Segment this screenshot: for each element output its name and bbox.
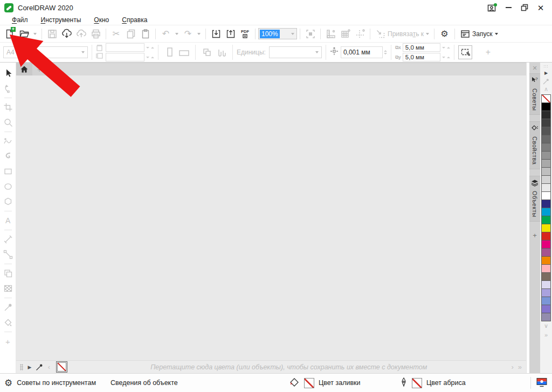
text-tool[interactable]: A	[1, 213, 15, 228]
palette-color-swatch[interactable]	[541, 191, 551, 200]
current-page-button[interactable]	[214, 45, 229, 59]
palette-scroll-right[interactable]: ›	[511, 363, 513, 371]
redo-button[interactable]: ↷	[181, 27, 195, 41]
paste-button[interactable]	[138, 27, 153, 41]
object-info-label[interactable]: Сведения об объекте	[111, 379, 178, 387]
cloud-upload-button[interactable]	[74, 27, 88, 41]
zoom-level-combo[interactable]: 100%	[258, 28, 297, 39]
cloud-download-button[interactable]	[59, 27, 74, 41]
nudge-offset-field[interactable]: 0,001 мм	[341, 46, 383, 58]
show-grid-button[interactable]	[338, 27, 353, 41]
add-tools-button[interactable]: +	[1, 334, 15, 349]
document-palette-none-swatch[interactable]	[57, 362, 66, 372]
color-palette-grip[interactable]	[543, 65, 549, 68]
launch-caret[interactable]	[495, 33, 498, 35]
color-palette-expand[interactable]: »	[544, 332, 548, 338]
home-tab[interactable]	[16, 63, 32, 75]
portrait-button[interactable]	[162, 45, 177, 59]
menu-window[interactable]: Окно	[87, 16, 115, 24]
shape-tool[interactable]	[1, 81, 15, 96]
palette-color-swatch[interactable]	[541, 305, 551, 313]
open-dropdown-caret[interactable]	[33, 33, 37, 35]
palette-color-swatch[interactable]	[541, 159, 551, 168]
rectangle-tool[interactable]	[1, 164, 15, 179]
add-docker-button[interactable]: +	[533, 231, 537, 239]
units-combo[interactable]	[269, 46, 322, 58]
color-settings-monitor-icon[interactable]	[536, 377, 548, 389]
page-height-down[interactable]	[146, 57, 149, 58]
color-palette-flyout[interactable]: ▶	[544, 69, 548, 77]
docker-tab-hints[interactable]: ? Советы	[529, 73, 540, 115]
export-button[interactable]	[223, 27, 238, 41]
freehand-tool[interactable]	[1, 134, 15, 149]
transparency-tool[interactable]	[1, 281, 15, 296]
palette-color-swatch[interactable]	[541, 288, 551, 297]
docker-tab-properties[interactable]: Свойства	[529, 121, 540, 169]
pick-tool[interactable]	[1, 66, 15, 81]
restore-button[interactable]	[516, 2, 533, 13]
page-height-field[interactable]	[106, 53, 144, 61]
menu-tools[interactable]: Инструменты	[34, 16, 88, 24]
palette-color-swatch[interactable]	[541, 143, 551, 152]
launch-button[interactable]	[458, 27, 472, 41]
landscape-button[interactable]	[177, 45, 191, 59]
propbar-customize-plus[interactable]: +	[481, 45, 495, 59]
polygon-tool[interactable]	[1, 194, 15, 209]
color-palette-scroll-up[interactable]: ∧	[544, 85, 548, 93]
connector-tool[interactable]	[1, 247, 15, 262]
show-guidelines-button[interactable]	[353, 27, 367, 41]
publish-pdf-button[interactable]: PDF	[238, 27, 252, 41]
palette-color-swatch[interactable]	[541, 272, 551, 281]
import-button[interactable]	[209, 27, 223, 41]
page-width-field[interactable]	[106, 43, 144, 52]
page-width-up[interactable]	[151, 47, 154, 49]
zoom-tool[interactable]	[1, 115, 15, 130]
open-button[interactable]	[17, 27, 31, 41]
redo-dropdown-caret[interactable]	[197, 33, 201, 35]
palette-color-swatch[interactable]	[541, 297, 551, 305]
palette-color-swatch[interactable]	[541, 264, 551, 273]
palette-color-swatch[interactable]	[541, 248, 551, 257]
snap-to-caret[interactable]	[426, 33, 429, 35]
snap-to-icon-button[interactable]	[373, 27, 388, 41]
dup-y-down[interactable]	[442, 57, 445, 58]
page-width-down[interactable]	[146, 47, 149, 49]
nudge-down[interactable]	[384, 53, 387, 54]
palette-grip-handle[interactable]	[20, 364, 23, 370]
palette-color-swatch[interactable]	[541, 200, 551, 208]
drawing-canvas[interactable]	[16, 75, 526, 360]
options-button[interactable]: ⚙	[437, 27, 452, 41]
account-icon[interactable]	[484, 2, 500, 13]
cut-button[interactable]: ✂	[109, 27, 123, 41]
color-palette-eyedropper[interactable]	[542, 77, 550, 85]
nudge-up[interactable]	[384, 50, 387, 52]
new-document-tab[interactable]: +	[32, 63, 46, 75]
palette-color-swatch[interactable]	[541, 94, 551, 103]
show-rulers-button[interactable]	[323, 27, 338, 41]
palette-color-swatch[interactable]	[541, 167, 551, 176]
palette-color-swatch[interactable]	[541, 208, 551, 216]
status-settings-gear-icon[interactable]: ⚙	[4, 377, 12, 389]
save-button[interactable]	[45, 27, 59, 41]
palette-eyedropper-button[interactable]	[34, 363, 44, 372]
launch-label[interactable]: Запуск	[472, 30, 493, 38]
palette-color-swatch[interactable]	[541, 127, 551, 135]
crop-tool[interactable]	[1, 100, 15, 115]
undo-dropdown-caret[interactable]	[175, 33, 178, 35]
color-eyedropper-tool[interactable]	[1, 300, 15, 315]
drop-shadow-tool[interactable]	[1, 266, 15, 281]
palette-color-swatch[interactable]	[541, 135, 551, 143]
page-size-combo[interactable]: A4	[3, 46, 88, 58]
palette-color-swatch[interactable]	[541, 280, 551, 289]
undo-button[interactable]: ↶	[158, 27, 173, 41]
dup-y-up[interactable]	[447, 57, 450, 58]
menu-file[interactable]: Файл	[5, 16, 34, 24]
palette-color-swatch[interactable]	[541, 240, 551, 249]
palette-color-swatch[interactable]	[541, 183, 551, 192]
palette-flyout-button[interactable]: ▶	[25, 365, 34, 370]
palette-color-swatch[interactable]	[541, 224, 551, 232]
palette-color-swatch[interactable]	[541, 313, 551, 321]
palette-color-swatch[interactable]	[541, 175, 551, 184]
treat-as-filled-button[interactable]	[458, 45, 472, 59]
all-pages-button[interactable]	[199, 45, 214, 59]
